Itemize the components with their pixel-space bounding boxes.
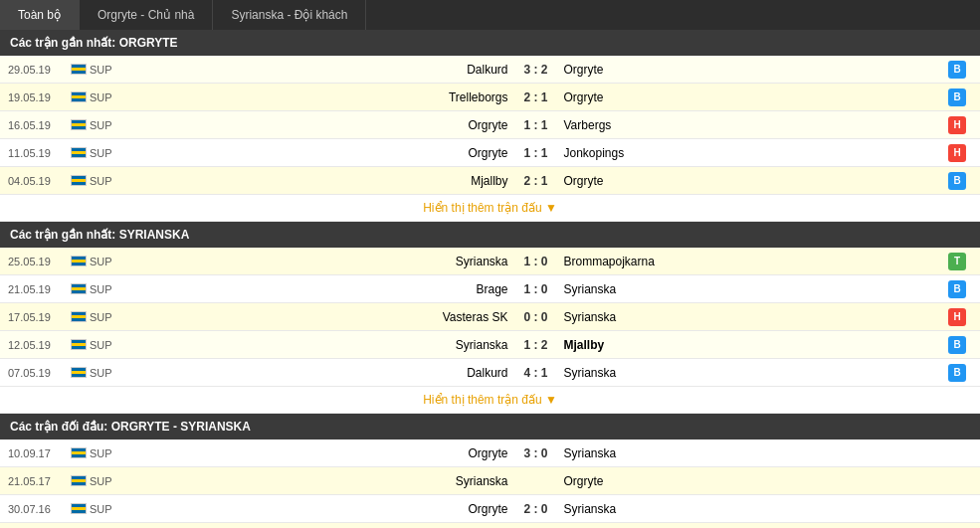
flag-icon: [68, 367, 90, 378]
home-team: Syrianska: [129, 338, 516, 352]
table-row: 16.05.19 SUP Orgryte 1 : 1 Varbergs H: [0, 111, 980, 139]
result-badge: H: [942, 144, 972, 162]
orgryte-recent-header: Các trận gần nhất: ORGRYTE: [0, 30, 980, 56]
table-row: 30.07.16 SUP Orgryte 2 : 0 Syrianska: [0, 495, 980, 523]
result-badge: B: [942, 61, 972, 79]
match-date: 04.05.19: [8, 175, 68, 187]
home-team: Dalkurd: [129, 63, 516, 77]
result-badge: H: [942, 116, 972, 134]
home-team: Trelleborgs: [129, 90, 516, 104]
away-team: Syrianska: [556, 282, 943, 296]
home-team: Syrianska: [129, 474, 516, 488]
score: 1 : 0: [516, 255, 556, 268]
match-date: 25.05.19: [8, 256, 68, 267]
result-badge: B: [942, 88, 972, 106]
result-badge: T: [942, 253, 972, 270]
home-team: Orgryte: [129, 502, 516, 516]
score: 1 : 0: [516, 282, 556, 296]
match-date: 21.05.19: [8, 283, 68, 295]
match-date: 19.05.19: [8, 91, 68, 103]
competition: SUP: [90, 119, 129, 131]
flag-icon: [68, 64, 90, 75]
match-date: 16.05.19: [8, 119, 68, 131]
away-team: Brommapojkarna: [556, 255, 943, 268]
match-date: 21.05.17: [8, 475, 68, 487]
flag-icon: [68, 447, 90, 458]
score: 4 : 1: [516, 366, 556, 380]
home-team: Orgryte: [129, 118, 516, 132]
competition: SUP: [90, 147, 129, 159]
flag-icon: [68, 175, 90, 186]
score: 1 : 1: [516, 146, 556, 160]
result-badge: H: [942, 308, 972, 326]
score: 2 : 0: [516, 502, 556, 516]
table-row: 25.05.19 SUP Syrianska 1 : 0 Brommapojka…: [0, 248, 980, 275]
score: 0 : 0: [516, 310, 556, 324]
away-team: Syrianska: [556, 310, 943, 324]
tab-toan-bo[interactable]: Toàn bộ: [0, 0, 80, 30]
tabs-container: Toàn bộ Orgryte - Chủ nhà Syrianska - Độ…: [0, 0, 980, 30]
flag-icon: [68, 283, 90, 294]
competition: SUP: [90, 503, 129, 515]
table-row: 11.05.19 SUP Orgryte 1 : 1 Jonkopings H: [0, 139, 980, 167]
tab-bar: Toàn bộ Orgryte - Chủ nhà Syrianska - Độ…: [0, 0, 980, 30]
flag-icon: [68, 311, 90, 322]
result-badge: B: [942, 172, 972, 190]
away-team: Orgryte: [556, 63, 943, 77]
flag-icon: [68, 475, 90, 486]
away-team: Orgryte: [556, 474, 943, 488]
score: 3 : 0: [516, 446, 556, 460]
home-team: Mjallby: [129, 174, 516, 188]
flag-icon: [68, 503, 90, 514]
competition: SUP: [90, 339, 129, 351]
main-content: Các trận gần nhất: ORGRYTE 29.05.19 SUP …: [0, 30, 980, 528]
away-team: Syrianska: [556, 446, 943, 460]
show-more-syrianska[interactable]: Hiển thị thêm trận đấu ▼: [0, 387, 980, 414]
table-row: 21.05.19 SUP Brage 1 : 0 Syrianska B: [0, 275, 980, 303]
table-row: 26.06.16 SUP Syrianska 0 : 3 Orgryte: [0, 523, 980, 528]
h2h-header: Các trận đối đầu: ORGRYTE - SYRIANSKA: [0, 414, 980, 440]
home-team: Brage: [129, 282, 516, 296]
away-team: Mjallby: [556, 338, 943, 352]
competition: SUP: [90, 447, 129, 459]
result-badge: B: [942, 336, 972, 354]
score: 2 : 1: [516, 90, 556, 104]
competition: SUP: [90, 175, 129, 187]
home-team: Vasteras SK: [129, 310, 516, 324]
score: 1 : 1: [516, 118, 556, 132]
table-row: 29.05.19 SUP Dalkurd 3 : 2 Orgryte B: [0, 56, 980, 84]
result-badge: B: [942, 280, 972, 298]
flag-icon: [68, 147, 90, 158]
match-date: 07.05.19: [8, 367, 68, 379]
competition: SUP: [90, 283, 129, 295]
home-team: Syrianska: [129, 255, 516, 268]
result-badge: B: [942, 364, 972, 382]
table-row: 19.05.19 SUP Trelleborgs 2 : 1 Orgryte B: [0, 84, 980, 111]
competition: SUP: [90, 91, 129, 103]
flag-icon: [68, 119, 90, 130]
table-row: 10.09.17 SUP Orgryte 3 : 0 Syrianska: [0, 440, 980, 467]
competition: SUP: [90, 311, 129, 323]
score: 3 : 2: [516, 63, 556, 77]
away-team: Jonkopings: [556, 146, 943, 160]
match-date: 12.05.19: [8, 339, 68, 351]
flag-icon: [68, 91, 90, 102]
flag-icon: [68, 339, 90, 350]
match-date: 29.05.19: [8, 64, 68, 76]
table-row: 21.05.17 SUP Syrianska Orgryte: [0, 467, 980, 495]
tab-orgryte-home[interactable]: Orgryte - Chủ nhà: [80, 0, 213, 30]
away-team: Syrianska: [556, 366, 943, 380]
away-team: Orgryte: [556, 90, 943, 104]
home-team: Orgryte: [129, 446, 516, 460]
away-team: Varbergs: [556, 118, 943, 132]
table-row: 12.05.19 SUP Syrianska 1 : 2 Mjallby B: [0, 331, 980, 359]
match-date: 11.05.19: [8, 147, 68, 159]
match-date: 17.05.19: [8, 311, 68, 323]
show-more-orgryte[interactable]: Hiển thị thêm trận đấu ▼: [0, 195, 980, 222]
away-team: Syrianska: [556, 502, 943, 516]
tab-syrianska-away[interactable]: Syrianska - Đội khách: [213, 0, 366, 30]
home-team: Orgryte: [129, 146, 516, 160]
score: 2 : 1: [516, 174, 556, 188]
competition: SUP: [90, 256, 129, 267]
table-row: 04.05.19 SUP Mjallby 2 : 1 Orgryte B: [0, 167, 980, 195]
